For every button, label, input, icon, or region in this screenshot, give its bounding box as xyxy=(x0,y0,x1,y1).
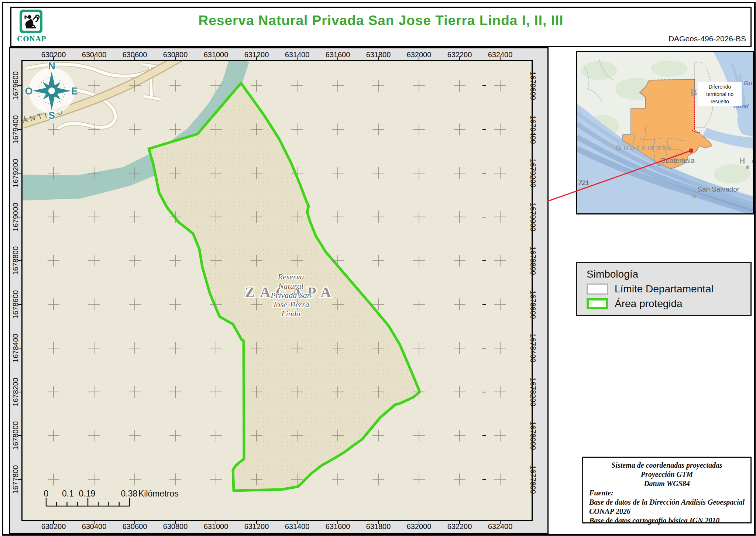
y-tick-right xyxy=(482,479,486,480)
compass-west-label: O xyxy=(25,86,32,97)
x-tick-top xyxy=(459,56,460,60)
y-axis-label-right: 1679600 xyxy=(528,69,537,102)
info-source-line: CONAP 2026 xyxy=(589,507,745,516)
legend-item: Límite Departamental xyxy=(587,283,750,295)
subheader-strip: DAGeos-496-2026-BS xyxy=(10,31,752,47)
y-axis-label-right: 1678200 xyxy=(528,375,537,409)
conap-logo-icon xyxy=(20,10,42,33)
scale-tick-2: 0.19 xyxy=(79,489,96,498)
y-tick-left xyxy=(18,260,21,261)
y-tick-left xyxy=(18,392,21,392)
y-tick-left xyxy=(18,217,21,217)
legend-item: Área protegida xyxy=(587,298,750,310)
san-salvador-label: San Salvador xyxy=(697,185,740,193)
x-tick-top xyxy=(216,56,216,60)
y-axis-label-right: 1679000 xyxy=(528,200,537,234)
y-tick-right xyxy=(482,348,486,348)
conap-logo: CONAP xyxy=(17,10,45,45)
y-axis-label-right: 1678000 xyxy=(528,419,537,452)
reserve-label-line: Linda xyxy=(281,309,300,318)
y-tick-right xyxy=(482,217,486,217)
honduras-label-fragment: H o xyxy=(739,157,753,165)
x-tick-bottom xyxy=(378,521,379,524)
capital-city-label: Guatemala xyxy=(660,157,695,164)
san-salvador-dot xyxy=(692,194,697,198)
y-tick-right xyxy=(482,173,486,173)
y-tick-left xyxy=(18,479,21,480)
map-canvas: ÁNTICO ZACAPA ReservaNaturalPrivada SanJ… xyxy=(21,60,533,521)
x-tick-bottom xyxy=(94,521,94,524)
x-tick-top xyxy=(134,56,135,60)
y-tick-right xyxy=(482,304,486,305)
compass-south-label: S xyxy=(48,110,55,121)
y-axis-label-right: 1679200 xyxy=(528,157,537,190)
y-tick-right xyxy=(482,392,486,392)
reserve-label-line: Privada San xyxy=(270,291,311,300)
x-tick-bottom xyxy=(459,521,460,524)
info-centered-line: Datum WGS84 xyxy=(589,479,745,488)
source-info-box: Sistema de coordenadas proyectadasProyec… xyxy=(582,457,752,523)
legend: Simbología Límite DepartamentalÁrea prot… xyxy=(576,262,752,316)
x-tick-bottom xyxy=(297,521,298,524)
legend-title: Simbología xyxy=(587,268,750,280)
y-axis-label-right: 1677800 xyxy=(528,463,537,496)
x-tick-top xyxy=(337,56,338,60)
y-tick-left xyxy=(18,435,21,436)
belize-label-fragment: B xyxy=(691,87,697,97)
info-source-line: Fuente: xyxy=(589,488,745,498)
x-tick-bottom xyxy=(216,521,216,524)
conap-wordmark: CONAP xyxy=(17,34,45,44)
x-tick-top xyxy=(378,56,379,60)
y-tick-left xyxy=(18,348,21,348)
x-tick-bottom xyxy=(337,521,338,524)
sea-label-fragment-top: Gu xyxy=(744,80,752,86)
x-tick-top xyxy=(175,56,176,60)
y-axis-label-right: 1678600 xyxy=(528,288,537,321)
depth-label: 721 xyxy=(578,179,589,186)
x-tick-top xyxy=(94,56,94,60)
map-drawing: ÁNTICO ZACAPA ReservaNaturalPrivada SanJ… xyxy=(23,61,532,520)
scale-tick-0: 0 xyxy=(44,489,49,498)
y-tick-left xyxy=(18,304,21,305)
y-tick-right xyxy=(482,85,486,86)
inset-map: B Guatemala Guatemala San Salvador H o G… xyxy=(576,51,754,214)
scale-tick-3: 0.38 xyxy=(121,489,138,498)
x-tick-top xyxy=(256,56,257,60)
monkey-icon xyxy=(22,12,40,31)
y-axis-label-right: 1679400 xyxy=(528,113,537,146)
compass-east-label: E xyxy=(71,86,78,97)
info-source-line: Base de datos de la Dirección Análisis G… xyxy=(589,498,745,507)
reserve-label-line: Reserva xyxy=(278,272,304,281)
x-tick-top xyxy=(500,56,501,60)
capital-city-dot xyxy=(657,162,661,166)
legend-item-label: Límite Departamental xyxy=(615,283,714,295)
document-code: DAGeos-496-2026-BS xyxy=(669,34,746,43)
protected-area-swatch xyxy=(587,298,608,309)
x-tick-bottom xyxy=(500,521,501,524)
scale-tick-1: 0.1 xyxy=(62,489,74,498)
y-tick-right xyxy=(482,129,486,130)
y-axis-label-right: 1678400 xyxy=(528,331,537,365)
inset-drawing: B Guatemala Guatemala San Salvador H o G… xyxy=(577,52,753,213)
territorial-dispute-callout: Diferendo territorial no resuelto xyxy=(698,82,742,106)
x-tick-top xyxy=(297,56,298,60)
scale-unit: Kilómetros xyxy=(138,489,179,498)
compass-north-label: N xyxy=(48,61,55,72)
info-centered-line: Sistema de coordenadas proyectadas xyxy=(589,461,745,470)
info-centered-line: Proyección GTM xyxy=(589,470,745,479)
x-tick-bottom xyxy=(175,521,176,524)
x-tick-bottom xyxy=(134,521,135,524)
departmental-limit-swatch xyxy=(587,284,608,295)
y-tick-right xyxy=(482,260,486,261)
info-source-line: Base de datos cartografía básica IGN 201… xyxy=(589,516,745,525)
second-city-dot xyxy=(746,165,749,169)
map-frame: ÁNTICO ZACAPA ReservaNaturalPrivada SanJ… xyxy=(9,47,549,534)
country-label: Guatemala xyxy=(616,144,673,152)
x-tick-bottom xyxy=(419,521,419,524)
reserve-label-line: Jose Tierra xyxy=(272,300,309,309)
y-axis-label-right: 1678800 xyxy=(528,244,537,277)
reserve-label-line: Natural xyxy=(278,281,303,291)
header: Reserva Natural Privada San Jose Tierra … xyxy=(10,7,752,32)
x-tick-top xyxy=(419,56,419,60)
x-tick-bottom xyxy=(53,521,54,524)
